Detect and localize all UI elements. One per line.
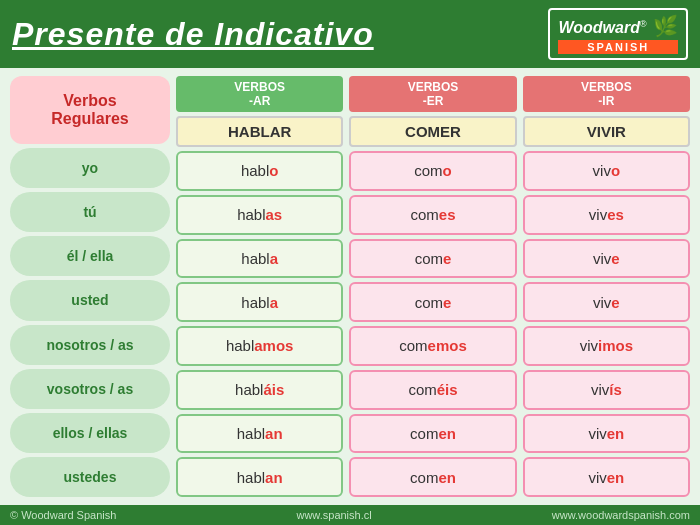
ir-usted: vive (523, 282, 690, 322)
subject-el: él / ella (10, 236, 170, 276)
footer: © Woodward Spanish www.spanish.cl www.wo… (0, 505, 700, 525)
er-ustedes: comen (349, 457, 516, 497)
ar-ustedes: hablan (176, 457, 343, 497)
er-tu: comes (349, 195, 516, 235)
footer-center: www.spanish.cl (296, 509, 371, 521)
er-nosotros: comemos (349, 326, 516, 366)
logo-brand: Woodward (558, 19, 639, 36)
ir-el: vive (523, 239, 690, 279)
ir-nosotros: vivimos (523, 326, 690, 366)
logo-reg: ® (640, 19, 647, 29)
ar-usted: habla (176, 282, 343, 322)
ir-vosotros: vivís (523, 370, 690, 410)
subject-nosotros: nosotros / as (10, 325, 170, 365)
er-usted: come (349, 282, 516, 322)
subject-column: VerbosRegulares yo tú él / ella usted no… (10, 76, 170, 497)
subject-ellos: ellos / ellas (10, 413, 170, 453)
ar-header: VERBOS-AR HABLAR (176, 76, 343, 147)
ir-yo: vivo (523, 151, 690, 191)
subject-vosotros: vosotros / as (10, 369, 170, 409)
ar-label: VERBOS-AR (176, 76, 343, 112)
er-header: VERBOS-ER COMER (349, 76, 516, 147)
ar-column: VERBOS-AR HABLAR hablo hablas habla habl… (176, 76, 343, 497)
subject-tu: tú (10, 192, 170, 232)
er-infinitive: COMER (349, 116, 516, 147)
er-column: VERBOS-ER COMER como comes come come com… (349, 76, 516, 497)
footer-right: www.woodwardspanish.com (552, 509, 690, 521)
footer-left: © Woodward Spanish (10, 509, 116, 521)
er-ellos: comen (349, 414, 516, 454)
logo: Woodward® 🌿 SPANISH (548, 8, 688, 60)
subject-yo: yo (10, 148, 170, 188)
ar-vosotros: habláis (176, 370, 343, 410)
subject-usted: usted (10, 280, 170, 320)
ir-label: VERBOS-IR (523, 76, 690, 112)
ar-ellos: hablan (176, 414, 343, 454)
ir-infinitive: VIVIR (523, 116, 690, 147)
subject-ustedes: ustedes (10, 457, 170, 497)
ar-nosotros: hablamos (176, 326, 343, 366)
ar-el: habla (176, 239, 343, 279)
ir-tu: vives (523, 195, 690, 235)
ar-yo: hablo (176, 151, 343, 191)
ar-tu: hablas (176, 195, 343, 235)
page: Presente de Indicativo Woodward® 🌿 SPANI… (0, 0, 700, 525)
ir-ellos: viven (523, 414, 690, 454)
er-label: VERBOS-ER (349, 76, 516, 112)
page-title: Presente de Indicativo (12, 16, 374, 53)
main-content: VerbosRegulares yo tú él / ella usted no… (0, 68, 700, 505)
logo-sub: SPANISH (558, 40, 678, 54)
ir-header: VERBOS-IR VIVIR (523, 76, 690, 147)
header: Presente de Indicativo Woodward® 🌿 SPANI… (0, 0, 700, 68)
ar-infinitive: HABLAR (176, 116, 343, 147)
verbos-regulares-label: VerbosRegulares (10, 76, 170, 144)
er-vosotros: coméis (349, 370, 516, 410)
er-yo: como (349, 151, 516, 191)
er-el: come (349, 239, 516, 279)
ir-ustedes: viven (523, 457, 690, 497)
ir-column: VERBOS-IR VIVIR vivo vives vive vive viv… (523, 76, 690, 497)
